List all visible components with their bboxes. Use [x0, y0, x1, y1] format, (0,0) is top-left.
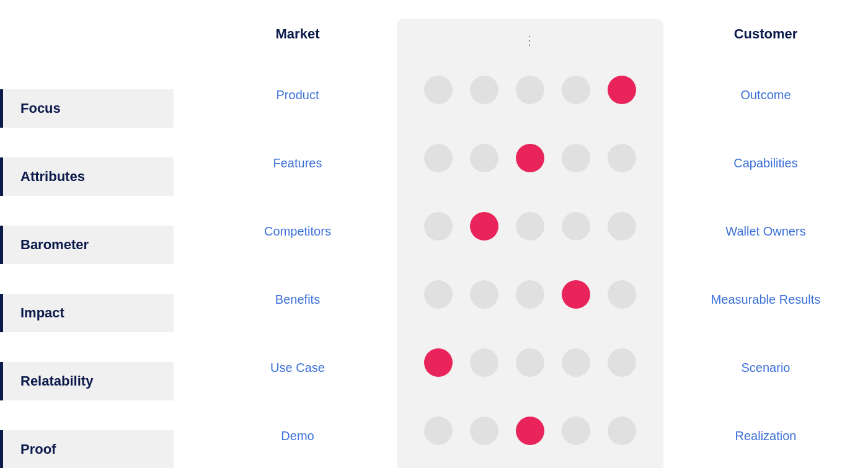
- customer-cell-5: Realization: [663, 402, 868, 468]
- customer-label-3: Measurable Results: [711, 293, 821, 307]
- dot-2-0: [424, 212, 453, 241]
- dot-1-1: [470, 144, 498, 172]
- dots-column: ⋮⋮: [397, 19, 663, 468]
- customer-cell-0: Outcome: [663, 61, 868, 129]
- market-label-4: Use Case: [270, 361, 325, 375]
- dot-2-2: [516, 212, 544, 241]
- customer-cell-4: Scenario: [663, 333, 868, 402]
- dot-3-0: [424, 280, 453, 309]
- market-label-5: Demo: [281, 429, 314, 443]
- market-cell-0: Product: [198, 61, 397, 129]
- left-label-row: Focus: [0, 74, 198, 143]
- dot-5-3: [562, 417, 590, 445]
- customer-label-0: Outcome: [740, 88, 790, 102]
- dot-3-2: [516, 280, 544, 309]
- dot-0-3: [562, 76, 590, 104]
- dots-row-3: [397, 260, 663, 329]
- dot-5-0: [424, 417, 453, 445]
- dot-3-1: [470, 280, 498, 309]
- market-cell-1: Features: [198, 129, 397, 197]
- left-label-relatability: Relatability: [0, 362, 174, 400]
- left-label-row: Relatability: [0, 347, 198, 415]
- dot-0-4: [608, 76, 636, 104]
- customer-header: Customer: [734, 19, 798, 50]
- left-column: FocusAttributesBarometerImpactRelatabili…: [0, 12, 198, 468]
- market-label-0: Product: [277, 88, 319, 102]
- left-label-row: Impact: [0, 279, 198, 347]
- dot-4-0: [424, 348, 453, 377]
- dot-0-0: [424, 76, 453, 104]
- dot-5-1: [470, 417, 498, 445]
- dots-row-2: [397, 192, 663, 260]
- dot-0-1: [470, 76, 498, 104]
- market-header: Market: [276, 19, 320, 50]
- customer-column: CustomerOutcomeCapabilitiesWallet Owners…: [663, 12, 868, 468]
- dots-top-ellipsis: ⋮: [523, 25, 537, 56]
- market-label-1: Features: [273, 156, 322, 170]
- customer-label-5: Realization: [735, 429, 797, 443]
- left-label-barometer: Barometer: [0, 226, 174, 264]
- dot-2-3: [562, 212, 590, 241]
- dots-bottom-ellipsis: ⋮: [523, 465, 537, 468]
- left-label-focus: Focus: [0, 89, 174, 128]
- dot-4-4: [608, 348, 636, 377]
- market-cell-2: Competitors: [198, 197, 397, 265]
- dot-2-4: [608, 212, 636, 241]
- market-column: MarketProductFeaturesCompetitorsBenefits…: [198, 12, 397, 468]
- customer-label-2: Wallet Owners: [725, 224, 805, 239]
- market-label-3: Benefits: [275, 293, 320, 307]
- customer-cell-2: Wallet Owners: [663, 197, 868, 265]
- main-container: FocusAttributesBarometerImpactRelatabili…: [0, 0, 868, 468]
- dot-0-2: [516, 76, 544, 104]
- left-label-row: Attributes: [0, 143, 198, 211]
- customer-label-4: Scenario: [742, 361, 790, 375]
- customer-cell-1: Capabilities: [663, 129, 868, 197]
- dots-row-1: [397, 124, 663, 192]
- dot-4-1: [470, 348, 498, 377]
- dot-1-2: [516, 144, 544, 172]
- dots-row-4: [397, 329, 663, 397]
- left-label-row: Barometer: [0, 211, 198, 279]
- dot-4-3: [562, 348, 590, 377]
- market-cell-4: Use Case: [198, 333, 397, 402]
- dot-5-2: [516, 417, 544, 445]
- left-label-row: Proof: [0, 415, 198, 468]
- dot-4-2: [516, 348, 544, 377]
- dot-1-4: [608, 144, 636, 172]
- dot-1-3: [562, 144, 590, 172]
- dot-2-1: [470, 212, 498, 241]
- left-label-impact: Impact: [0, 294, 174, 332]
- customer-label-1: Capabilities: [733, 156, 797, 170]
- left-label-proof: Proof: [0, 430, 174, 468]
- market-cell-3: Benefits: [198, 265, 397, 333]
- dot-1-0: [424, 144, 453, 172]
- dot-3-3: [562, 280, 590, 309]
- market-label-2: Competitors: [264, 224, 331, 239]
- dot-5-4: [608, 417, 636, 445]
- market-cell-5: Demo: [198, 402, 397, 468]
- dots-row-5: [397, 397, 663, 465]
- customer-cell-3: Measurable Results: [663, 265, 868, 333]
- dots-row-0: [397, 56, 663, 124]
- dot-3-4: [608, 280, 636, 309]
- left-label-attributes: Attributes: [0, 157, 174, 196]
